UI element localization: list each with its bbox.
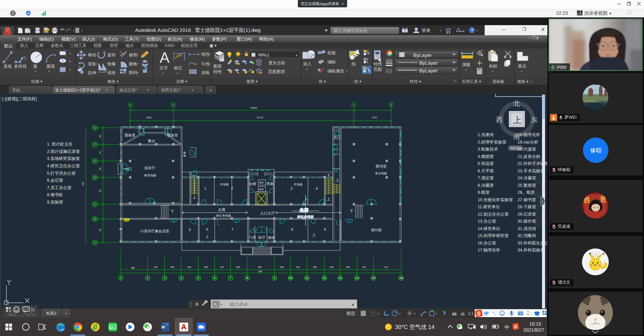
svg-text:340: 340 bbox=[220, 266, 224, 268]
svg-text:10.生物化学实验室: 10.生物化学实验室 bbox=[478, 198, 513, 202]
svg-text:3: 3 bbox=[290, 186, 292, 190]
svg-text:圆角: 圆角 bbox=[129, 62, 137, 66]
svg-text:10: 10 bbox=[289, 276, 292, 280]
svg-text:12.副主任办公室: 12.副主任办公室 bbox=[478, 212, 509, 217]
svg-text:340: 340 bbox=[154, 266, 158, 268]
svg-text:图书室: 图书室 bbox=[376, 164, 387, 168]
svg-text:表格: 表格 bbox=[201, 70, 210, 75]
svg-text:486: 486 bbox=[131, 267, 135, 269]
svg-text:16.办公室: 16.办公室 bbox=[478, 241, 496, 245]
svg-text:线性: 线性 bbox=[201, 52, 210, 57]
svg-text:23.手术实验室: 23.手术实验室 bbox=[518, 169, 544, 173]
svg-text:▾: ▾ bbox=[137, 71, 138, 74]
svg-text:9: 9 bbox=[324, 227, 326, 231]
svg-text:复制: 复制 bbox=[88, 62, 96, 66]
svg-text:29.记录室: 29.记录室 bbox=[518, 212, 536, 217]
svg-text:1. 统计处主任: 1. 统计处主任 bbox=[47, 142, 72, 147]
svg-text:鲜花地板: 鲜花地板 bbox=[144, 174, 156, 177]
svg-text:▾: ▾ bbox=[81, 29, 83, 32]
svg-text:20.代谢室: 20.代谢室 bbox=[518, 147, 536, 152]
svg-text:2021/8/27: 2021/8/27 bbox=[523, 327, 544, 333]
svg-text:ByLayer: ByLayer bbox=[419, 60, 438, 66]
svg-text:置为当前: 置为当前 bbox=[268, 61, 285, 65]
svg-text:41740: 41740 bbox=[257, 116, 263, 119]
svg-text:管道: 管道 bbox=[259, 181, 264, 184]
svg-text:木地板: 木地板 bbox=[293, 183, 303, 186]
svg-text:预备室: 预备室 bbox=[124, 133, 136, 137]
svg-text:QIY: QIY bbox=[110, 326, 115, 329]
svg-text:26。暗房: 26。暗房 bbox=[518, 190, 535, 195]
svg-text:486: 486 bbox=[258, 266, 262, 268]
svg-text:▾: ▾ bbox=[440, 29, 441, 32]
svg-text:下: 下 bbox=[350, 209, 353, 213]
svg-text:▾: ▾ bbox=[463, 29, 464, 32]
svg-text:特性: 特性 bbox=[374, 62, 382, 66]
svg-text:编辑属性: 编辑属性 bbox=[327, 69, 344, 73]
svg-text:插入: 插入 bbox=[303, 62, 312, 66]
svg-text:修剪: 修剪 bbox=[129, 53, 138, 57]
svg-text:木地板: 木地板 bbox=[220, 183, 229, 186]
svg-text:5.打字员办公室: 5.打字员办公室 bbox=[47, 171, 76, 176]
svg-text:匹配图层: 匹配图层 bbox=[268, 69, 285, 74]
svg-text:▾: ▾ bbox=[137, 62, 138, 65]
svg-text:中: 中 bbox=[484, 311, 489, 316]
svg-text:18.物理化学: 18.物理化学 bbox=[518, 132, 540, 137]
svg-text:ByLayer: ByLayer bbox=[413, 52, 432, 58]
svg-text:小演讲厅兼会议室: 小演讲厅兼会议室 bbox=[140, 229, 169, 233]
svg-text:1:1: 1:1 bbox=[468, 311, 474, 316]
svg-text:西: 西 bbox=[496, 116, 503, 123]
svg-text:30.操作室: 30.操作室 bbox=[518, 219, 536, 224]
svg-text:?: ? bbox=[471, 28, 473, 33]
svg-text:阵列: 阵列 bbox=[129, 70, 137, 75]
svg-text:9.暗室: 9.暗室 bbox=[478, 190, 490, 195]
svg-text:C: C bbox=[94, 203, 96, 206]
svg-text:b: b bbox=[172, 103, 174, 106]
svg-text:走廊: 走廊 bbox=[299, 208, 309, 213]
svg-text:33.外科医生办公: 33.外科医生办公 bbox=[518, 241, 547, 245]
svg-text:3.制备技术: 3.制备技术 bbox=[478, 147, 498, 152]
svg-text:▾: ▾ bbox=[477, 29, 478, 32]
svg-text:移动: 移动 bbox=[88, 53, 96, 57]
svg-text:▾: ▾ bbox=[436, 312, 437, 315]
svg-text:基点: 基点 bbox=[518, 64, 526, 68]
svg-text:复合地板: 复合地板 bbox=[375, 172, 387, 175]
svg-text:▾: ▾ bbox=[35, 70, 36, 73]
svg-text:6: 6 bbox=[214, 276, 216, 280]
svg-text:11: 11 bbox=[306, 276, 309, 280]
svg-text:365: 365 bbox=[346, 266, 350, 268]
svg-text:8.冷藏室: 8.冷藏室 bbox=[478, 183, 494, 188]
svg-text:入口大厅: 入口大厅 bbox=[260, 211, 275, 215]
svg-text:13: 13 bbox=[338, 276, 342, 280]
svg-text:4.燃烧室: 4.燃烧室 bbox=[478, 154, 494, 159]
svg-text:媒体: 媒体 bbox=[268, 235, 275, 239]
svg-text:▾: ▾ bbox=[69, 60, 71, 63]
svg-text:演讲厅: 演讲厅 bbox=[144, 166, 155, 170]
svg-text:9906: 9906 bbox=[146, 116, 152, 119]
svg-text:下: 下 bbox=[170, 209, 174, 213]
svg-text:4: 4 bbox=[180, 276, 182, 280]
svg-text:▾: ▾ bbox=[69, 52, 71, 55]
svg-text:下: 下 bbox=[327, 173, 330, 177]
svg-text:粘贴: 粘贴 bbox=[489, 64, 497, 68]
svg-text:▾: ▾ bbox=[73, 29, 74, 32]
svg-text:G: G bbox=[94, 126, 96, 129]
svg-text:15.药理学研究室: 15.药理学研究室 bbox=[478, 233, 509, 238]
svg-text:24.冷藏室: 24.冷藏室 bbox=[518, 176, 536, 180]
svg-text:A: A bbox=[94, 241, 96, 244]
svg-text:1.洗漱间: 1.洗漱间 bbox=[478, 132, 494, 137]
svg-text:W C: W C bbox=[334, 135, 340, 139]
svg-text:藏: 藏 bbox=[183, 154, 186, 157]
svg-text:预备室: 预备室 bbox=[167, 133, 178, 137]
svg-text:7025: 7025 bbox=[372, 116, 377, 119]
svg-text:测量: 测量 bbox=[462, 62, 471, 67]
svg-text:d: d bbox=[390, 103, 392, 106]
svg-text:°,: °, bbox=[492, 311, 495, 316]
svg-text:▾: ▾ bbox=[306, 68, 308, 71]
svg-text:F: F bbox=[94, 143, 96, 146]
svg-text:1: 1 bbox=[120, 276, 122, 280]
svg-text:7: 7 bbox=[231, 227, 233, 231]
svg-text:614: 614 bbox=[384, 266, 388, 268]
svg-text:7.员工办公室: 7.员工办公室 bbox=[47, 185, 71, 190]
svg-text:8: 8 bbox=[291, 227, 293, 231]
svg-text:上: 上 bbox=[312, 233, 316, 237]
